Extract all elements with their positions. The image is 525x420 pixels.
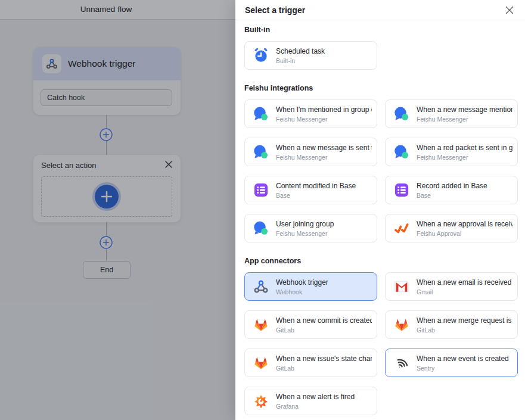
trigger-card-title: When I'm mentioned in group chat [276, 105, 372, 114]
trigger-card-subtitle: GitLab [276, 326, 372, 334]
trigger-card-title: When a new issue's state changes [276, 354, 372, 363]
gitlab-icon [253, 316, 269, 333]
trigger-card[interactable]: When a new approval is receivedFeishu Ap… [385, 214, 518, 242]
trigger-card-title: Content modified in Base [276, 182, 356, 190]
sentry-icon [393, 354, 410, 371]
feishu-messenger-icon [253, 220, 269, 237]
trigger-card-subtitle: Sentry [417, 365, 509, 372]
feishu-messenger-icon [393, 144, 410, 160]
trigger-card[interactable]: Record added in BaseBase [385, 176, 518, 204]
webhook-icon [253, 278, 269, 295]
trigger-card[interactable]: Scheduled taskBuilt-in [244, 41, 377, 70]
trigger-card-subtitle: Base [417, 192, 487, 199]
feishu-messenger-icon [393, 105, 410, 122]
trigger-card[interactable]: Webhook triggerWebhook [244, 272, 377, 301]
trigger-card-title: When a red packet is sent in group... [417, 144, 512, 152]
feishu-messenger-icon [253, 105, 269, 122]
trigger-card-subtitle: Base [276, 192, 356, 199]
trigger-sections: Built-inScheduled taskBuilt-inFeishu int… [235, 20, 525, 419]
trigger-card[interactable]: Content modified in BaseBase [244, 176, 377, 204]
trigger-card[interactable]: When a new email is receivedGmail [385, 272, 518, 301]
trigger-card-subtitle: Feishu Approval [417, 230, 512, 237]
trigger-card-title: Record added in Base [417, 182, 487, 190]
feishu-approval-icon [393, 220, 410, 237]
trigger-card[interactable]: When a new merge request is madeGitLab [385, 310, 518, 339]
trigger-card-subtitle: Built-in [276, 57, 325, 64]
trigger-card-subtitle: GitLab [417, 326, 512, 334]
gitlab-icon [253, 354, 269, 371]
trigger-card-subtitle: Feishu Messenger [276, 230, 334, 237]
trigger-card-grid: Scheduled taskBuilt-in [244, 41, 518, 70]
trigger-card-title: When a new approval is received [417, 220, 512, 228]
modal-header: Select a trigger [235, 0, 525, 20]
close-icon[interactable] [505, 5, 514, 15]
trigger-card-title: Scheduled task [276, 47, 325, 55]
trigger-card[interactable]: When a red packet is sent in group...Fei… [385, 138, 518, 166]
trigger-card-subtitle: Feishu Messenger [417, 116, 512, 123]
trigger-card[interactable]: When a new commit is createdGitLab [244, 310, 377, 339]
section-label: App connectors [244, 257, 518, 265]
trigger-card-subtitle: Feishu Messenger [276, 154, 372, 161]
gmail-icon [393, 278, 410, 295]
trigger-card[interactable]: User joining groupFeishu Messenger [244, 214, 377, 242]
trigger-card-title: Webhook trigger [276, 278, 328, 287]
trigger-card-title: When a new message is sent to m... [276, 144, 372, 152]
trigger-card-grid: When I'm mentioned in group chatFeishu M… [244, 99, 518, 242]
trigger-card[interactable]: When a new alert is firedGrafana [244, 387, 377, 415]
trigger-card-subtitle: GitLab [276, 365, 372, 372]
trigger-card-subtitle: Gmail [417, 288, 511, 295]
trigger-card-title: When a new merge request is made [417, 316, 512, 325]
trigger-card-subtitle: Grafana [276, 403, 355, 410]
trigger-card-title: When a new message mentions B... [417, 105, 512, 114]
grafana-icon [253, 393, 269, 409]
base-icon [393, 182, 410, 198]
trigger-card[interactable]: When a new issue's state changesGitLab [244, 349, 377, 377]
trigger-card-title: User joining group [276, 220, 334, 228]
trigger-card-subtitle: Feishu Messenger [417, 154, 512, 161]
trigger-card-title: When a new email is received [417, 278, 511, 287]
trigger-card-subtitle: Webhook [276, 288, 328, 295]
trigger-card[interactable]: When a new message is sent to m...Feishu… [244, 138, 377, 166]
trigger-card-title: When a new alert is fired [276, 393, 355, 401]
trigger-card-title: When a new commit is created [276, 316, 372, 325]
gitlab-icon [393, 316, 410, 333]
trigger-card-title: When a new event is created [417, 354, 509, 363]
trigger-card-grid: Webhook triggerWebhookWhen a new email i… [244, 272, 518, 415]
trigger-card-subtitle: Feishu Messenger [276, 116, 372, 123]
scheduled-task-icon [253, 47, 269, 64]
section-label: Feishu integrations [244, 84, 518, 92]
trigger-card[interactable]: When I'm mentioned in group chatFeishu M… [244, 99, 377, 128]
select-trigger-modal: Select a trigger Built-inScheduled taskB… [235, 0, 525, 420]
modal-title: Select a trigger [245, 5, 305, 15]
section-label: Built-in [244, 26, 518, 34]
trigger-card[interactable]: When a new message mentions B...Feishu M… [385, 99, 518, 128]
base-icon [253, 182, 269, 198]
feishu-messenger-icon [253, 144, 269, 160]
trigger-card[interactable]: When a new event is createdSentry [385, 349, 518, 377]
